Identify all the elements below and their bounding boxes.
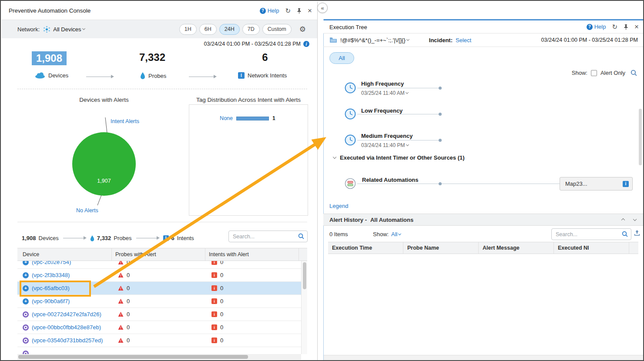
tree-node-title[interactable]: Low Frequency <box>361 107 402 114</box>
settings-gear-icon[interactable]: ⚙ <box>299 25 306 34</box>
tab-all[interactable]: All <box>329 52 354 64</box>
tree-node-title[interactable]: Medium Frequency <box>361 133 413 139</box>
device-search-input[interactable] <box>228 231 308 242</box>
refresh-icon[interactable]: ↻ <box>612 23 617 30</box>
alert-triangle-icon <box>118 273 124 277</box>
tree-connector-dot <box>439 113 442 116</box>
close-icon[interactable]: × <box>308 7 312 14</box>
show-filter-dropdown[interactable]: All <box>391 231 402 237</box>
table-row[interactable]: (vpce-00272d427e2fa7d26) 0 i0 <box>17 308 301 321</box>
tree-node-title[interactable]: High Frequency <box>361 80 404 87</box>
range-custom-button[interactable]: Custom <box>262 24 292 35</box>
clock-icon[interactable] <box>345 108 356 120</box>
group-expand-chevron[interactable] <box>333 155 336 159</box>
clock-icon[interactable] <box>345 82 356 94</box>
tree-scrollbar-thumb[interactable] <box>639 109 642 165</box>
device-link[interactable]: (vpc-90b0a6f7) <box>32 298 70 304</box>
tree-connector-dot <box>439 182 442 185</box>
intents-count[interactable]: 6 <box>245 51 285 64</box>
horizontal-scrollbar[interactable] <box>324 355 644 361</box>
table-row[interactable] <box>17 347 301 354</box>
device-link[interactable]: (vpce-00bbc0fbb428e87eb) <box>32 324 101 331</box>
range-6h-button[interactable]: 6H <box>199 24 217 35</box>
device-link[interactable]: (vpce-00272d427e2fa7d26) <box>32 311 101 318</box>
pie-label-no-alerts[interactable]: No Alerts <box>76 207 98 214</box>
network-selector[interactable]: All Devices <box>53 26 81 33</box>
search-icon[interactable] <box>631 70 637 76</box>
pin-icon[interactable] <box>297 8 302 14</box>
table-row-selected[interactable]: +(vpc-65afbc03) 0 i0 <box>17 282 301 295</box>
alert-history-header: Alert History - All Automations <box>323 214 644 226</box>
collapse-down-icon[interactable] <box>633 217 637 221</box>
scrollbar-thumb[interactable] <box>18 355 248 359</box>
map-button[interactable]: Map23... i <box>560 177 633 191</box>
col-header-device[interactable]: Device <box>17 248 112 261</box>
execution-tree-window: Execution Tree ? Help ↻ × !@#$%^&*()_-=+… <box>323 2 644 361</box>
device-link[interactable]: (vpc-2c02e754) <box>32 261 71 265</box>
legend-link[interactable]: Legend <box>329 203 348 209</box>
devices-count[interactable]: 1,908 <box>32 51 67 65</box>
tag-category-label[interactable]: None <box>189 115 233 121</box>
col-header-execution-time[interactable]: Execution Time <box>328 242 403 254</box>
help-button[interactable]: ? Help <box>587 23 606 30</box>
clock-icon[interactable] <box>345 134 356 146</box>
table-row[interactable]: +(vpc-2c02e754) 0 i0 <box>17 261 301 269</box>
intent-alert-count: 0 <box>220 324 223 331</box>
table-row[interactable]: +(vpc-90b0a6f7) 0 i0 <box>17 295 301 308</box>
tree-date-range: 03/24/24 01:00 PM - 03/25/24 01:28 PM <box>541 37 638 43</box>
close-icon[interactable]: × <box>634 23 639 30</box>
refresh-icon[interactable]: ↻ <box>285 7 291 14</box>
incident-label: Incident: <box>429 37 453 43</box>
tree-connector <box>357 88 439 88</box>
col-header-probe-name[interactable]: Probe Name <box>403 242 479 254</box>
search-icon[interactable] <box>622 231 628 239</box>
alert-only-checkbox[interactable] <box>591 70 597 76</box>
intent-alert-count: 0 <box>220 311 223 318</box>
device-link[interactable]: (vpc-65afbc03) <box>32 285 70 291</box>
probe-alert-count: 0 <box>127 261 130 265</box>
device-link[interactable]: (vpce-03540d731bbd257ed) <box>32 337 103 344</box>
alert-history-search-input[interactable] <box>551 228 631 240</box>
chevron-down-icon <box>406 38 409 41</box>
tag-bar[interactable] <box>236 117 269 120</box>
export-icon[interactable] <box>634 230 640 237</box>
chevron-down-icon[interactable] <box>406 91 409 94</box>
help-button[interactable]: ? Help <box>260 7 279 14</box>
col-header-probes[interactable]: Probes with Alert <box>112 248 205 261</box>
collapse-panel-button[interactable]: « <box>317 3 328 13</box>
search-icon[interactable] <box>298 233 304 241</box>
table-row[interactable]: (vpce-00bbc0fbb428e87eb) 0 i0 <box>17 321 301 334</box>
table-row[interactable]: +(vpc-2f3b3348) 0 i0 <box>17 269 301 282</box>
probes-count[interactable]: 7,332 <box>134 51 171 64</box>
intent-info-icon[interactable]: i <box>623 181 629 187</box>
pie-chart-title: Devices with Alerts <box>39 97 169 103</box>
pin-icon[interactable] <box>624 24 628 30</box>
col-header-alert-message[interactable]: Alert Message <box>479 242 554 254</box>
related-automations-icon[interactable] <box>345 178 356 189</box>
alert-history-controls: 0 Items Show: All <box>323 226 644 242</box>
tree-node-title[interactable]: Related Automations <box>362 177 419 183</box>
device-link[interactable]: (vpc-2f3b3348) <box>32 272 70 278</box>
info-icon[interactable]: i <box>303 41 309 47</box>
range-1h-button[interactable]: 1H <box>179 24 197 35</box>
pie-slice-no-alerts[interactable] <box>72 132 136 196</box>
automation-folder-selector[interactable]: !@#$%^&*()_-=+~`:;.'|\/[]{} <box>340 37 406 43</box>
scrollbar-thumb[interactable] <box>303 262 306 289</box>
vertical-scrollbar[interactable] <box>301 261 307 354</box>
chevron-down-icon[interactable] <box>406 143 409 146</box>
collapse-up-icon[interactable] <box>621 218 625 222</box>
console-toolbar: Network: All Devices 1H 6H 24H 7D Custom… <box>2 20 317 38</box>
preventive-automation-console-window: Preventive Automation Console ? Help ↻ ×… <box>2 2 318 361</box>
network-intent-icon: I <box>163 235 169 241</box>
incident-select-link[interactable]: Select <box>456 37 471 43</box>
col-header-intents[interactable]: Intents with Alert <box>205 248 299 261</box>
col-header-executed-ni[interactable]: Executed NI <box>554 242 629 254</box>
range-24h-button[interactable]: 24H <box>219 24 240 35</box>
vpce-icon <box>23 324 29 331</box>
range-7d-button[interactable]: 7D <box>242 24 260 35</box>
table-row[interactable]: (vpce-03540d731bbd257ed) 0 i0 <box>17 334 301 347</box>
intent-icon: i <box>211 298 217 304</box>
tree-group-label[interactable]: Executed via Intent Timer or Other Sourc… <box>340 154 465 161</box>
pie-label-intent-alerts[interactable]: Intent Alerts <box>111 118 139 124</box>
horizontal-scrollbar[interactable] <box>17 354 301 360</box>
